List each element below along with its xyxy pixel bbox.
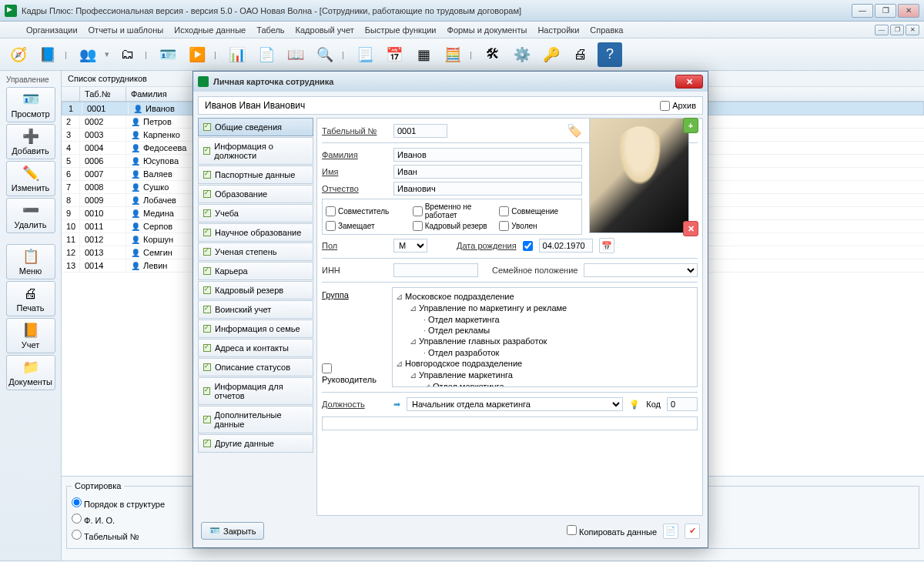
tree-node[interactable]: ⊿Управление маркетинга bbox=[396, 370, 694, 381]
status-check[interactable]: Совместитель bbox=[326, 202, 405, 219]
tab-11[interactable]: Адреса и контакты bbox=[198, 339, 313, 357]
tree-node[interactable]: ⊿Московское подразделение bbox=[396, 291, 694, 303]
tab-7[interactable]: Карьера bbox=[198, 262, 313, 280]
dob-checkbox[interactable] bbox=[523, 241, 533, 251]
status-check[interactable]: Уволен bbox=[499, 221, 578, 231]
check-icon[interactable]: ✔ bbox=[685, 524, 700, 539]
group-tree[interactable]: ⊿Московское подразделение⊿Управление по … bbox=[392, 287, 698, 387]
tb-page-icon[interactable]: 📃 bbox=[353, 42, 377, 67]
menu-reports[interactable]: Отчеты и шаблоны bbox=[89, 25, 164, 35]
close-dialog-button[interactable]: 🪪 Закрыть bbox=[201, 522, 264, 540]
tb-play-icon[interactable]: ▶️ bbox=[185, 42, 209, 67]
tb-open-icon[interactable]: 📖 bbox=[283, 42, 308, 67]
tree-node[interactable]: ·Отдел рекламы bbox=[396, 325, 694, 336]
tb-search-icon[interactable]: 🔍 bbox=[313, 42, 337, 67]
lp-print[interactable]: 🖨Печать bbox=[6, 281, 55, 316]
dob-field[interactable] bbox=[539, 239, 593, 253]
tree-node[interactable]: ⊿Управление по маркетингу и рекламе bbox=[396, 303, 694, 314]
tb-org-icon[interactable]: 🗂 bbox=[116, 42, 140, 67]
marital-select[interactable] bbox=[584, 263, 698, 277]
tb-users-icon[interactable]: 👥 bbox=[75, 42, 100, 67]
menu-hr[interactable]: Кадровый учет bbox=[296, 25, 354, 35]
menu-settings[interactable]: Настройки bbox=[537, 25, 579, 35]
status-check[interactable]: Кадровый резерв bbox=[413, 221, 492, 231]
lastname-field[interactable] bbox=[393, 148, 582, 162]
photo-delete-button[interactable]: ✕ bbox=[683, 221, 698, 236]
status-check[interactable]: Совмещение bbox=[499, 202, 578, 219]
tab-9[interactable]: Воинский учет bbox=[198, 300, 313, 319]
tab-8[interactable]: Кадровый резерв bbox=[198, 281, 313, 299]
tb-key-icon[interactable]: 🔑 bbox=[539, 42, 564, 67]
lp-edit[interactable]: ✏️Изменить bbox=[6, 161, 55, 196]
tree-node[interactable]: ·Отдел маркетинга bbox=[396, 314, 694, 325]
tab-3[interactable]: Образование bbox=[198, 185, 313, 203]
menu-forms[interactable]: Формы и документы bbox=[447, 25, 527, 35]
tree-node[interactable]: ⊿Отдел маркетинга bbox=[396, 381, 694, 387]
tabnum-field[interactable] bbox=[393, 124, 447, 138]
dialog-close-button[interactable]: ✕ bbox=[675, 75, 703, 89]
status-check[interactable]: Временно не работает bbox=[413, 202, 492, 219]
menu-organizations[interactable]: Организации bbox=[26, 25, 78, 35]
tb-help-icon[interactable]: ? bbox=[598, 42, 622, 67]
tree-node[interactable]: ·Отдел разработок bbox=[396, 347, 694, 358]
tb-print-icon[interactable]: 🖨 bbox=[568, 42, 593, 67]
mdi-close[interactable]: ✕ bbox=[906, 25, 919, 35]
lp-account[interactable]: 📙Учет bbox=[6, 318, 55, 353]
tree-node[interactable]: ⊿Новгородское подразделение bbox=[396, 358, 694, 370]
tab-13[interactable]: Информация для отчетов bbox=[198, 377, 313, 405]
tab-15[interactable]: Другие данные bbox=[198, 434, 313, 453]
calendar-icon[interactable]: 📅 bbox=[599, 238, 614, 253]
tree-node[interactable]: ⊿Управление главных разработок bbox=[396, 336, 694, 347]
mdi-minimize[interactable]: — bbox=[875, 25, 889, 35]
leader-checkbox[interactable]: Руководитель bbox=[322, 363, 387, 384]
tb-chart-icon[interactable]: 📊 bbox=[225, 42, 249, 67]
tb-calendar-icon[interactable]: 📅 bbox=[382, 42, 407, 67]
gender-select[interactable]: М bbox=[393, 239, 427, 253]
tb-gear-icon[interactable]: ⚙️ bbox=[510, 42, 534, 67]
firstname-field[interactable] bbox=[393, 165, 582, 179]
close-button[interactable]: ✕ bbox=[898, 4, 919, 18]
inn-field[interactable] bbox=[393, 263, 478, 277]
tab-6[interactable]: Ученая степень bbox=[198, 243, 313, 261]
menu-source-data[interactable]: Исходные данные bbox=[174, 25, 246, 35]
photo-add-button[interactable]: + bbox=[683, 118, 698, 133]
maximize-button[interactable]: ❐ bbox=[875, 4, 896, 18]
lp-add[interactable]: ➕Добавить bbox=[6, 124, 55, 159]
tab-4[interactable]: Учеба bbox=[198, 204, 313, 222]
lp-docs[interactable]: 📁Документы bbox=[6, 355, 55, 390]
tab-1[interactable]: Информация о должности bbox=[198, 137, 313, 165]
patronymic-field[interactable] bbox=[393, 182, 582, 196]
tab-0[interactable]: Общие сведения bbox=[198, 118, 313, 136]
copy-data-checkbox[interactable]: Копировать данные bbox=[567, 525, 657, 537]
arrow-icon[interactable]: ➡ bbox=[393, 400, 400, 410]
mdi-restore[interactable]: ❐ bbox=[890, 25, 904, 35]
code-field[interactable] bbox=[667, 397, 698, 411]
note-field[interactable] bbox=[322, 416, 698, 430]
col-tabnum[interactable]: Таб.№ bbox=[80, 87, 126, 101]
tb-grid-icon[interactable]: ▦ bbox=[411, 42, 436, 67]
lp-delete[interactable]: ➖Удалить bbox=[6, 198, 55, 233]
tab-14[interactable]: Дополнительные данные bbox=[198, 406, 313, 433]
tb-book-icon[interactable]: 📘 bbox=[35, 42, 60, 67]
minimize-button[interactable]: — bbox=[852, 4, 873, 18]
tb-card-icon[interactable]: 🪪 bbox=[156, 42, 180, 67]
menu-tabel[interactable]: Табель bbox=[256, 25, 284, 35]
tab-5[interactable]: Научное образование bbox=[198, 223, 313, 242]
tab-12[interactable]: Описание статусов bbox=[198, 358, 313, 376]
position-select[interactable]: Начальник отдела маркетинга bbox=[407, 397, 623, 411]
menu-quick[interactable]: Быстрые функции bbox=[365, 25, 437, 35]
tag-icon[interactable]: 🏷️ bbox=[567, 123, 582, 138]
tb-calc-icon[interactable]: 🧮 bbox=[440, 42, 465, 67]
tab-10[interactable]: Информация о семье bbox=[198, 319, 313, 338]
lp-view[interactable]: 🪪Просмотр bbox=[6, 87, 55, 122]
lp-menu[interactable]: 📋Меню bbox=[6, 244, 55, 279]
menu-help[interactable]: Справка bbox=[590, 25, 623, 35]
tb-nav-icon[interactable]: 🧭 bbox=[6, 42, 31, 67]
tab-2[interactable]: Паспортные данные bbox=[198, 166, 313, 184]
tb-tools-icon[interactable]: 🛠 bbox=[480, 42, 505, 67]
tb-doc-icon[interactable]: 📄 bbox=[254, 42, 279, 67]
bulb-icon[interactable]: 💡 bbox=[629, 400, 640, 410]
status-check[interactable]: Замещает bbox=[326, 221, 405, 231]
archive-checkbox[interactable]: Архив bbox=[660, 101, 696, 111]
doc-icon[interactable]: 📄 bbox=[663, 524, 678, 539]
